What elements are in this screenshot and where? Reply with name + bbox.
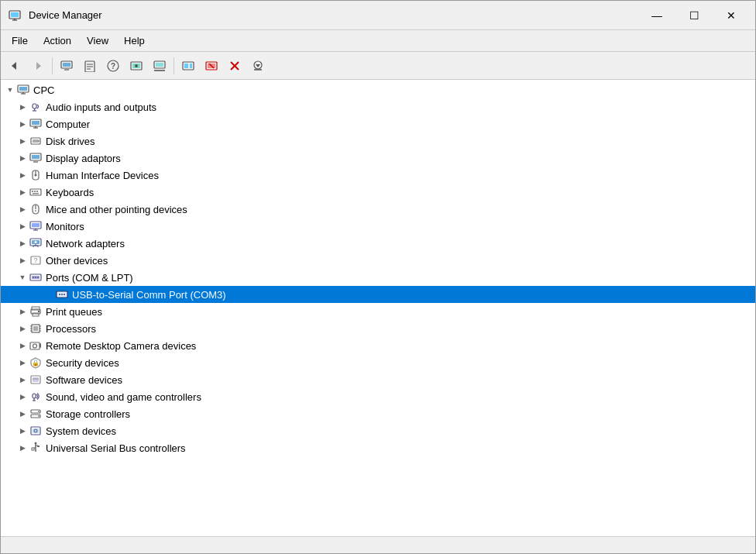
label-security: Security devices [46,357,119,369]
tree-disk[interactable]: ▶ Disk drives [1,132,755,150]
expander-storage[interactable]: ▶ [16,405,29,422]
expander-processors[interactable]: ▶ [16,320,29,337]
expander-monitors[interactable]: ▶ [16,218,29,235]
properties-button[interactable] [79,55,101,77]
svg-rect-56 [33,193,39,194]
icon-computer [16,83,30,97]
label-camera: Remote Desktop Camera devices [46,340,196,352]
svg-point-66 [35,241,37,243]
svg-point-51 [35,174,37,177]
svg-rect-3 [11,12,19,17]
expander-network[interactable]: ▶ [16,235,29,252]
icon-keyboard [29,185,43,199]
expander-print[interactable]: ▶ [16,303,29,320]
tree-security[interactable]: ▶ 🔒 Security devices [1,354,755,371]
expander-ports[interactable]: ▼ [16,269,29,286]
help-button[interactable]: ? [102,55,124,77]
device-manager-button[interactable] [56,55,77,77]
expander-usb[interactable]: ▶ [16,439,29,456]
label-display: Display adaptors [46,153,121,164]
label-software: Software devices [46,374,122,386]
tree-sound[interactable]: ▶ Sound, video and game controllers [1,388,755,405]
svg-rect-44 [33,139,39,143]
tree-ports[interactable]: ▼ Ports (COM & LPT) [1,269,755,286]
update-driver-button[interactable] [125,55,147,77]
tree-system[interactable]: ▶ System devices [1,422,755,439]
icon-software [29,373,43,387]
maximize-button[interactable]: ☐ [676,4,712,27]
tree-network[interactable]: ▶ Network adapters [1,235,755,252]
svg-rect-101 [33,394,36,398]
expander-audio[interactable]: ▶ [16,98,29,115]
download-button[interactable] [247,55,269,77]
expander-system[interactable]: ▶ [16,422,29,439]
tree-usb[interactable]: ▶ Universal Serial Bus controllers [1,439,755,456]
expander-computer[interactable]: ▶ [16,115,29,132]
expander-keyboard[interactable]: ▶ [16,184,29,201]
icon-disk [29,134,43,148]
expander-software[interactable]: ▶ [16,371,29,388]
tree-hid[interactable]: ▶ Human Interface Devices [1,167,755,184]
expander-display[interactable]: ▶ [16,150,29,167]
svg-rect-23 [190,64,192,68]
icon-display [29,151,43,165]
icon-mouse [29,202,43,216]
tree-root-cpc[interactable]: ▼ CPC [1,81,755,98]
tree-storage[interactable]: ▶ Storage controllers [1,405,755,422]
expander-disk[interactable]: ▶ [16,132,29,150]
icon-storage [29,407,43,421]
expander-other[interactable]: ▶ [16,252,29,269]
tree-display[interactable]: ▶ Display adaptors [1,150,755,167]
svg-rect-99 [33,377,39,382]
expander-sound[interactable]: ▶ [16,388,29,405]
icon-usb [29,441,43,455]
label-ports: Ports (COM & LPT) [46,272,133,284]
svg-rect-94 [30,342,40,349]
svg-rect-36 [33,104,36,108]
expander-security[interactable]: ▶ [16,354,29,371]
icon-processor [29,322,43,335]
close-button[interactable]: ✕ [713,4,749,27]
menu-view[interactable]: View [79,32,116,50]
tree-audio[interactable]: ▶ Audio inputs and outputs [1,98,755,115]
expander-cpc[interactable]: ▼ [4,81,16,98]
tree-usb-serial[interactable]: ▶ USB-to-Serial Comm Port (COM3) [1,286,755,303]
svg-rect-33 [19,87,27,91]
tree-processors[interactable]: ▶ Processors [1,320,755,337]
main-content: ▼ CPC ▶ Audio inputs and outputs ▶ [1,80,755,536]
expander-camera[interactable]: ▶ [16,337,29,354]
scan-button[interactable] [177,55,199,77]
tree-software[interactable]: ▶ Software devices [1,371,755,388]
expander-hid[interactable]: ▶ [16,167,29,184]
svg-point-79 [59,294,60,295]
tree-other[interactable]: ▶ ? Other devices [1,252,755,269]
status-bar [1,536,755,553]
label-network: Network adapters [46,238,125,249]
label-print: Print queues [46,306,102,318]
remove-device-button[interactable] [201,55,222,77]
tree-monitors[interactable]: ▶ Monitors [1,218,755,235]
tree-mouse[interactable]: ▶ Mice and other pointing devices [1,201,755,218]
tree-camera[interactable]: ▶ Remote Desktop Camera devices [1,337,755,354]
back-button[interactable] [4,55,26,77]
show-hidden-button[interactable] [149,55,170,77]
svg-point-95 [33,344,37,348]
minimize-button[interactable]: — [639,4,675,27]
menu-help[interactable]: Help [116,32,153,50]
tree-computer[interactable]: ▶ Computer [1,115,755,132]
expander-mouse[interactable]: ▶ [16,201,29,218]
tree-print[interactable]: ▶ Print queues [1,303,755,320]
svg-rect-85 [38,311,40,312]
svg-point-76 [35,277,36,278]
svg-point-106 [38,411,40,412]
forward-button[interactable] [27,55,49,77]
uninstall-button[interactable] [224,55,246,77]
menu-file[interactable]: File [4,32,36,50]
label-processors: Processors [46,323,96,335]
label-monitors: Monitors [46,221,84,232]
tree-keyboard[interactable]: ▶ Keyboards [1,184,755,201]
svg-rect-19 [156,63,163,67]
svg-point-75 [33,277,34,278]
menu-action[interactable]: Action [36,32,79,50]
label-mouse: Mice and other pointing devices [46,204,187,215]
